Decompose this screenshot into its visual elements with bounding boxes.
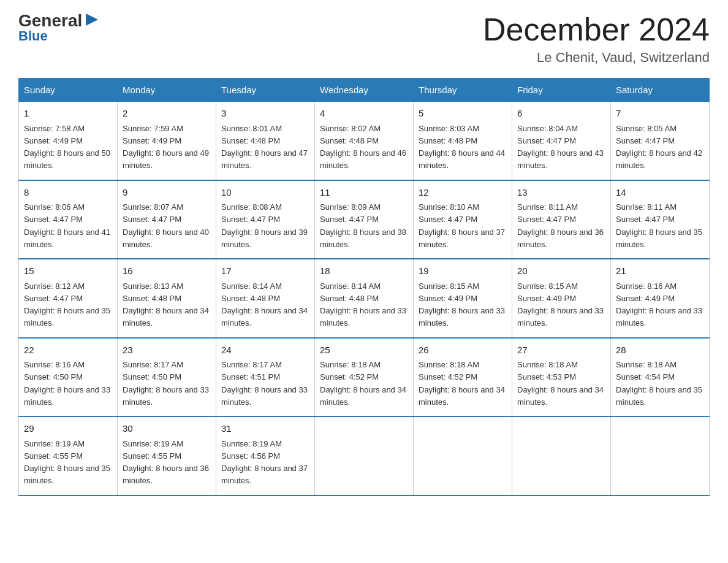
calendar-cell: 13Sunrise: 8:11 AMSunset: 4:47 PMDayligh… bbox=[512, 180, 611, 259]
calendar-cell: 6Sunrise: 8:04 AMSunset: 4:47 PMDaylight… bbox=[512, 102, 611, 180]
day-number: 24 bbox=[221, 343, 309, 358]
calendar-week-row: 29Sunrise: 8:19 AMSunset: 4:55 PMDayligh… bbox=[19, 416, 710, 496]
month-title: December 2024 bbox=[483, 12, 710, 47]
day-number: 26 bbox=[419, 343, 507, 358]
day-info: Sunrise: 7:59 AMSunset: 4:49 PMDaylight:… bbox=[123, 124, 209, 170]
calendar-week-row: 22Sunrise: 8:16 AMSunset: 4:50 PMDayligh… bbox=[19, 338, 710, 417]
calendar-cell: 10Sunrise: 8:08 AMSunset: 4:47 PMDayligh… bbox=[216, 180, 315, 259]
day-number: 30 bbox=[123, 422, 211, 436]
weekday-header-sunday: Sunday bbox=[19, 79, 118, 102]
calendar-cell: 22Sunrise: 8:16 AMSunset: 4:50 PMDayligh… bbox=[19, 338, 118, 417]
weekday-header-tuesday: Tuesday bbox=[216, 79, 315, 102]
calendar-table: SundayMondayTuesdayWednesdayThursdayFrid… bbox=[18, 78, 710, 496]
day-info: Sunrise: 8:16 AMSunset: 4:49 PMDaylight:… bbox=[616, 282, 702, 328]
day-number: 15 bbox=[24, 264, 112, 278]
day-info: Sunrise: 8:14 AMSunset: 4:48 PMDaylight:… bbox=[320, 282, 406, 328]
calendar-cell: 29Sunrise: 8:19 AMSunset: 4:55 PMDayligh… bbox=[19, 416, 118, 496]
day-info: Sunrise: 8:04 AMSunset: 4:47 PMDaylight:… bbox=[517, 124, 604, 170]
calendar-cell: 30Sunrise: 8:19 AMSunset: 4:55 PMDayligh… bbox=[118, 416, 216, 496]
calendar-cell: 3Sunrise: 8:01 AMSunset: 4:48 PMDaylight… bbox=[216, 102, 315, 180]
calendar-cell bbox=[611, 416, 710, 496]
day-info: Sunrise: 8:05 AMSunset: 4:47 PMDaylight:… bbox=[616, 124, 702, 170]
day-info: Sunrise: 8:18 AMSunset: 4:54 PMDaylight:… bbox=[616, 360, 702, 407]
calendar-cell bbox=[315, 416, 414, 496]
weekday-header-row: SundayMondayTuesdayWednesdayThursdayFrid… bbox=[19, 79, 710, 102]
day-number: 28 bbox=[616, 343, 704, 358]
day-number: 23 bbox=[123, 343, 211, 358]
day-info: Sunrise: 8:11 AMSunset: 4:47 PMDaylight:… bbox=[517, 202, 604, 249]
day-info: Sunrise: 8:11 AMSunset: 4:47 PMDaylight:… bbox=[616, 202, 702, 249]
calendar-cell: 20Sunrise: 8:15 AMSunset: 4:49 PMDayligh… bbox=[512, 259, 611, 338]
calendar-cell: 15Sunrise: 8:12 AMSunset: 4:47 PMDayligh… bbox=[19, 259, 118, 338]
location-subtitle: Le Chenit, Vaud, Switzerland bbox=[483, 50, 710, 66]
day-info: Sunrise: 8:07 AMSunset: 4:47 PMDaylight:… bbox=[123, 202, 209, 249]
weekday-header-friday: Friday bbox=[512, 79, 611, 102]
calendar-cell: 26Sunrise: 8:18 AMSunset: 4:52 PMDayligh… bbox=[414, 338, 512, 417]
day-info: Sunrise: 8:16 AMSunset: 4:50 PMDaylight:… bbox=[24, 360, 110, 407]
day-number: 13 bbox=[517, 186, 605, 200]
day-number: 10 bbox=[221, 186, 309, 200]
day-number: 27 bbox=[517, 343, 605, 358]
day-info: Sunrise: 8:19 AMSunset: 4:55 PMDaylight:… bbox=[24, 439, 110, 486]
day-number: 2 bbox=[123, 107, 211, 121]
calendar-cell: 18Sunrise: 8:14 AMSunset: 4:48 PMDayligh… bbox=[315, 259, 414, 338]
day-info: Sunrise: 8:06 AMSunset: 4:47 PMDaylight:… bbox=[24, 202, 110, 249]
day-number: 22 bbox=[24, 343, 112, 358]
day-info: Sunrise: 8:14 AMSunset: 4:48 PMDaylight:… bbox=[221, 282, 308, 328]
calendar-cell: 21Sunrise: 8:16 AMSunset: 4:49 PMDayligh… bbox=[611, 259, 710, 338]
calendar-cell: 17Sunrise: 8:14 AMSunset: 4:48 PMDayligh… bbox=[216, 259, 315, 338]
calendar-cell: 25Sunrise: 8:18 AMSunset: 4:52 PMDayligh… bbox=[315, 338, 414, 417]
calendar-cell: 16Sunrise: 8:13 AMSunset: 4:48 PMDayligh… bbox=[118, 259, 216, 338]
day-number: 16 bbox=[123, 264, 211, 278]
logo: General Blue bbox=[18, 12, 100, 44]
page-header: General Blue December 2024 Le Chenit, Va… bbox=[18, 12, 710, 66]
calendar-cell: 8Sunrise: 8:06 AMSunset: 4:47 PMDaylight… bbox=[19, 180, 118, 259]
day-number: 31 bbox=[221, 422, 309, 436]
calendar-cell: 14Sunrise: 8:11 AMSunset: 4:47 PMDayligh… bbox=[611, 180, 710, 259]
day-info: Sunrise: 8:17 AMSunset: 4:51 PMDaylight:… bbox=[221, 360, 308, 407]
day-info: Sunrise: 8:17 AMSunset: 4:50 PMDaylight:… bbox=[123, 360, 209, 407]
calendar-cell bbox=[414, 416, 512, 496]
day-number: 19 bbox=[419, 264, 507, 278]
calendar-cell: 28Sunrise: 8:18 AMSunset: 4:54 PMDayligh… bbox=[611, 338, 710, 417]
calendar-week-row: 1Sunrise: 7:58 AMSunset: 4:49 PMDaylight… bbox=[19, 102, 710, 180]
day-number: 8 bbox=[24, 186, 112, 200]
svg-marker-0 bbox=[86, 13, 98, 26]
day-number: 5 bbox=[419, 107, 507, 121]
day-info: Sunrise: 8:08 AMSunset: 4:47 PMDaylight:… bbox=[221, 202, 308, 249]
calendar-week-row: 15Sunrise: 8:12 AMSunset: 4:47 PMDayligh… bbox=[19, 259, 710, 338]
day-info: Sunrise: 8:01 AMSunset: 4:48 PMDaylight:… bbox=[221, 124, 308, 170]
calendar-cell: 24Sunrise: 8:17 AMSunset: 4:51 PMDayligh… bbox=[216, 338, 315, 417]
day-info: Sunrise: 8:15 AMSunset: 4:49 PMDaylight:… bbox=[419, 282, 505, 328]
day-info: Sunrise: 8:10 AMSunset: 4:47 PMDaylight:… bbox=[419, 202, 505, 249]
logo-arrow-icon bbox=[83, 11, 100, 28]
weekday-header-wednesday: Wednesday bbox=[315, 79, 414, 102]
weekday-header-thursday: Thursday bbox=[414, 79, 512, 102]
day-info: Sunrise: 8:18 AMSunset: 4:52 PMDaylight:… bbox=[419, 360, 505, 407]
day-number: 21 bbox=[616, 264, 704, 278]
calendar-cell bbox=[512, 416, 611, 496]
day-number: 18 bbox=[320, 264, 408, 278]
day-number: 1 bbox=[24, 107, 112, 121]
calendar-cell: 4Sunrise: 8:02 AMSunset: 4:48 PMDaylight… bbox=[315, 102, 414, 180]
calendar-cell: 5Sunrise: 8:03 AMSunset: 4:48 PMDaylight… bbox=[414, 102, 512, 180]
day-number: 4 bbox=[320, 107, 408, 121]
calendar-cell: 9Sunrise: 8:07 AMSunset: 4:47 PMDaylight… bbox=[118, 180, 216, 259]
day-number: 29 bbox=[24, 422, 112, 436]
day-info: Sunrise: 8:19 AMSunset: 4:55 PMDaylight:… bbox=[123, 439, 209, 486]
weekday-header-monday: Monday bbox=[118, 79, 216, 102]
day-info: Sunrise: 8:18 AMSunset: 4:53 PMDaylight:… bbox=[517, 360, 604, 407]
day-number: 12 bbox=[419, 186, 507, 200]
calendar-cell: 1Sunrise: 7:58 AMSunset: 4:49 PMDaylight… bbox=[19, 102, 118, 180]
day-info: Sunrise: 8:19 AMSunset: 4:56 PMDaylight:… bbox=[221, 439, 308, 486]
day-number: 3 bbox=[221, 107, 309, 121]
logo-blue: Blue bbox=[18, 28, 100, 44]
day-info: Sunrise: 7:58 AMSunset: 4:49 PMDaylight:… bbox=[24, 124, 110, 170]
day-number: 25 bbox=[320, 343, 408, 358]
calendar-week-row: 8Sunrise: 8:06 AMSunset: 4:47 PMDaylight… bbox=[19, 180, 710, 259]
logo-general: General bbox=[18, 12, 82, 29]
calendar-cell: 12Sunrise: 8:10 AMSunset: 4:47 PMDayligh… bbox=[414, 180, 512, 259]
day-info: Sunrise: 8:09 AMSunset: 4:47 PMDaylight:… bbox=[320, 202, 406, 249]
calendar-cell: 31Sunrise: 8:19 AMSunset: 4:56 PMDayligh… bbox=[216, 416, 315, 496]
calendar-cell: 11Sunrise: 8:09 AMSunset: 4:47 PMDayligh… bbox=[315, 180, 414, 259]
